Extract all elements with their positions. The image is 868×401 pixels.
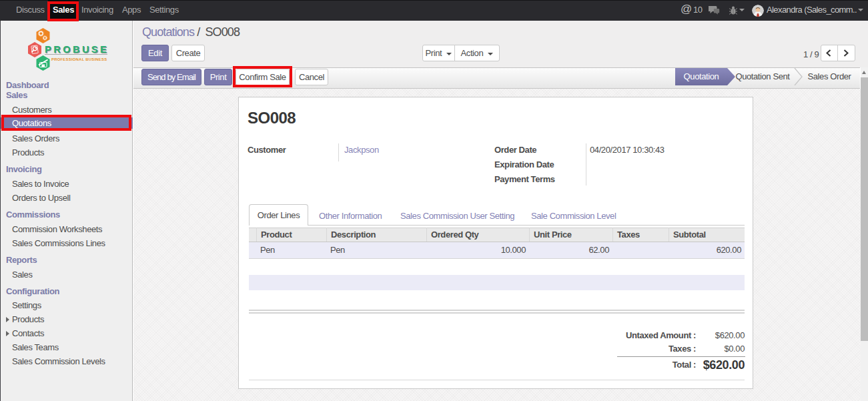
svg-text:PROBUSE: PROBUSE	[45, 44, 109, 55]
svg-text:PROFESSIONAL BUSINESS: PROFESSIONAL BUSINESS	[51, 57, 107, 61]
